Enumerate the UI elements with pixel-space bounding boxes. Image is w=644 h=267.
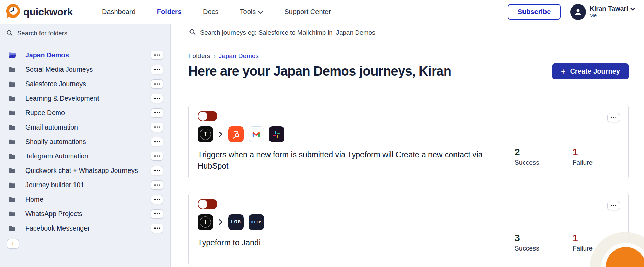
quickwork-clock-icon (5, 3, 21, 21)
folder-icon (8, 124, 16, 131)
sidebar-item-rupee-demo[interactable]: Rupee Demo (0, 105, 170, 120)
sidebar-item-journey-builder-101[interactable]: Journey builder 101 (0, 178, 170, 192)
folder-options-button[interactable] (151, 224, 163, 233)
folder-options-button[interactable] (151, 180, 163, 190)
quickwork-logo[interactable]: quickwork (5, 3, 73, 21)
typeform-icon: T (198, 126, 213, 142)
folder-name: Quickwork chat + Whatsapp Journeys (25, 167, 138, 175)
journey-app-icons: T LOG HTTP (198, 214, 619, 230)
folder-icon (8, 182, 16, 188)
success-label: Success (515, 159, 546, 166)
folder-options-button[interactable] (151, 166, 163, 175)
success-count: 2 (515, 147, 546, 158)
journey-menu-button[interactable] (607, 113, 620, 122)
breadcrumb-separator: › (213, 52, 215, 60)
http-label: HTTP (251, 220, 261, 224)
chevron-down-icon (258, 8, 263, 16)
user-meta: Kiran Tawari Me (589, 5, 635, 19)
journey-toggle-off[interactable] (198, 111, 217, 121)
sidebar-item-japan-demos[interactable]: Japan Demos (0, 48, 170, 62)
journey-title[interactable]: Typeform to Jandi (198, 237, 500, 248)
nav-docs[interactable]: Docs (203, 8, 219, 16)
slack-icon (269, 126, 284, 142)
folder-icon (8, 225, 16, 232)
sidebar-item-quickwork-chat-whatsapp[interactable]: Quickwork chat + Whatsapp Journeys (0, 163, 170, 178)
journey-title[interactable]: Triggers when a new form is submitted vi… (198, 149, 500, 172)
nav-support-center[interactable]: Support Center (284, 8, 331, 16)
nav-tools-label: Tools (240, 8, 256, 16)
folder-name: Salesforce Journeys (25, 80, 86, 88)
folder-icon (8, 138, 16, 145)
stats-divider (555, 144, 555, 170)
http-icon: HTTP (249, 214, 264, 230)
folder-search-bar (0, 24, 170, 43)
folder-options-button[interactable] (151, 79, 163, 89)
success-stat: 2 Success (515, 147, 546, 166)
journey-app-icons: T (198, 126, 619, 142)
folder-options-button[interactable] (151, 195, 163, 204)
folder-icon (8, 153, 16, 159)
arrow-right-icon (219, 131, 223, 137)
sidebar-item-facebook-messenger[interactable]: Facebook Messenger (0, 221, 170, 235)
typeform-icon: T (198, 214, 213, 230)
search-icon (189, 29, 196, 36)
chevron-down-icon (630, 5, 635, 12)
heading-divider (188, 89, 629, 89)
folder-options-button[interactable] (151, 152, 163, 161)
user-avatar-icon (570, 4, 586, 20)
breadcrumb-folders-link[interactable]: Folders (188, 52, 210, 60)
folder-name: WhatsApp Projects (25, 210, 82, 218)
sidebar-item-learning-development[interactable]: Learning & Development (0, 91, 170, 105)
folder-name: Home (25, 196, 43, 203)
journey-menu-button[interactable] (607, 201, 620, 210)
quickwork-app: quickwork Dashboard Folders Docs Tools S… (0, 0, 644, 267)
failure-count: 1 (573, 147, 604, 158)
journey-search-input[interactable] (200, 29, 634, 36)
sidebar-item-social-media-journeys[interactable]: Social Media Journeys (0, 62, 170, 77)
sidebar-item-gmail-automation[interactable]: Gmail automation (0, 120, 170, 134)
folder-open-icon (8, 52, 16, 59)
subscribe-button[interactable]: Subscribe (508, 4, 561, 20)
arrow-right-icon (219, 219, 223, 225)
page-title: Here are your Japan Demos journeys, Kira… (188, 64, 451, 79)
user-menu[interactable]: Kiran Tawari Me (570, 4, 635, 20)
user-name: Kiran Tawari (589, 5, 635, 12)
journey-card: T (188, 104, 629, 180)
journey-stats: 2 Success 1 Failure (515, 147, 604, 170)
journey-toggle-off[interactable] (198, 199, 217, 209)
stats-divider (555, 230, 555, 256)
add-folder-button[interactable]: + (7, 239, 19, 249)
folder-icon (8, 196, 16, 203)
sidebar-item-salesforce-journeys[interactable]: Salesforce Journeys (0, 77, 170, 91)
journey-stats: 3 Success 1 Failure (515, 233, 604, 256)
failure-stat: 1 Failure (573, 147, 604, 166)
logger-icon: LOG (228, 214, 244, 230)
breadcrumb-current-folder[interactable]: Japan Demos (219, 52, 259, 60)
folder-options-button[interactable] (151, 108, 163, 118)
folder-name: Journey builder 101 (25, 181, 84, 189)
folder-options-button[interactable] (151, 94, 163, 103)
sidebar-item-home[interactable]: Home (0, 192, 170, 207)
folder-options-button[interactable] (151, 123, 163, 132)
folder-options-button[interactable] (151, 51, 163, 60)
folder-options-button[interactable] (151, 209, 163, 219)
folder-options-button[interactable] (151, 65, 163, 74)
folder-icon (8, 81, 16, 87)
folder-name: Learning & Development (25, 94, 99, 102)
journey-list: T (188, 104, 629, 266)
create-journey-label: Create Journey (570, 67, 620, 75)
sidebar-item-telegram-automation[interactable]: Telegram Automation (0, 149, 170, 163)
toggle-knob (198, 200, 207, 209)
folder-options-button[interactable] (151, 137, 163, 146)
nav-tools[interactable]: Tools (240, 8, 263, 16)
primary-nav: Dashboard Folders Docs Tools Support Cen… (102, 8, 331, 16)
folder-name: Japan Demos (25, 51, 69, 59)
nav-folders[interactable]: Folders (157, 8, 182, 16)
folder-name: Gmail automation (25, 123, 78, 131)
folder-icon (8, 211, 16, 217)
sidebar-item-shopify-automations[interactable]: Shopify automations (0, 134, 170, 149)
folder-search-input[interactable] (17, 30, 163, 37)
nav-dashboard[interactable]: Dashboard (102, 8, 136, 16)
sidebar-item-whatsapp-projects[interactable]: WhatsApp Projects (0, 207, 170, 221)
create-journey-button[interactable]: + Create Journey (552, 63, 629, 79)
